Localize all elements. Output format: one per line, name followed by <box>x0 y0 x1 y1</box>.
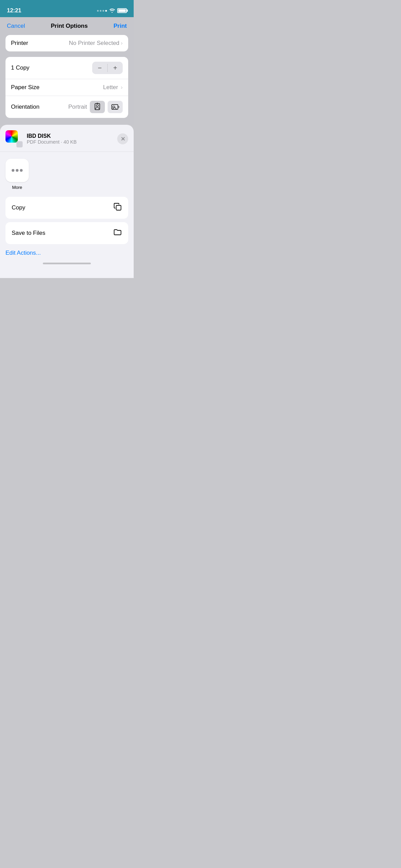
copy-action-row[interactable]: Copy <box>5 197 128 219</box>
copy-label: 1 Copy <box>11 64 29 71</box>
action-list: Copy Save to Files <box>0 197 134 244</box>
home-indicator <box>0 259 134 266</box>
home-bar <box>43 263 91 264</box>
more-app-item[interactable]: More <box>5 159 29 190</box>
cancel-button[interactable]: Cancel <box>7 23 25 29</box>
landscape-orientation-button[interactable] <box>108 101 123 113</box>
svg-rect-4 <box>116 205 121 210</box>
share-close-button[interactable]: ✕ <box>117 133 128 144</box>
copy-stepper[interactable]: − + <box>92 62 123 74</box>
share-sheet: IBD DISK PDF Document · 40 KB ✕ More Cop… <box>0 125 134 278</box>
increment-button[interactable]: + <box>108 62 123 74</box>
printer-value-group: No Printer Selected › <box>69 40 123 47</box>
copy-row: 1 Copy − + <box>5 57 128 79</box>
more-app-icon <box>5 159 29 182</box>
edit-actions-label[interactable]: Edit Actions... <box>5 250 41 256</box>
more-label: More <box>12 185 22 190</box>
orientation-row: Orientation Portrait <box>5 96 128 118</box>
printer-value-text: No Printer Selected <box>69 40 119 47</box>
signal-icon <box>97 10 107 12</box>
decrement-button[interactable]: − <box>92 62 107 74</box>
save-to-files-action-row[interactable]: Save to Files <box>5 222 128 244</box>
doc-thumbnail <box>16 141 23 147</box>
printer-label: Printer <box>11 40 28 47</box>
paper-size-chevron-icon: › <box>121 84 123 91</box>
share-doc-name: IBD DISK <box>27 133 117 139</box>
chevron-right-icon: › <box>121 40 123 47</box>
paper-size-right: Letter › <box>103 84 123 91</box>
folder-icon <box>113 228 122 239</box>
doc-icon <box>5 130 23 147</box>
options-card: 1 Copy − + Paper Size Letter › Orientati… <box>5 57 128 118</box>
status-time: 12:21 <box>7 7 21 14</box>
svg-point-1 <box>96 105 98 107</box>
share-doc-info: IBD DISK PDF Document · 40 KB <box>27 133 117 145</box>
save-to-files-label: Save to Files <box>12 230 45 237</box>
portrait-orientation-button[interactable] <box>90 101 105 113</box>
paper-size-value: Letter <box>103 84 118 91</box>
orientation-label: Orientation <box>11 104 39 110</box>
print-options-panel: Cancel Print Options Print Printer No Pr… <box>0 17 134 125</box>
app-icon <box>5 130 18 143</box>
share-apps-grid: More <box>0 152 134 193</box>
orientation-value: Portrait <box>68 104 87 110</box>
paper-size-label: Paper Size <box>11 84 39 91</box>
copy-icon <box>113 202 122 213</box>
paper-size-row[interactable]: Paper Size Letter › <box>5 79 128 96</box>
printer-row[interactable]: Printer No Printer Selected › <box>5 35 128 51</box>
print-button[interactable]: Print <box>113 23 127 29</box>
orientation-right: Portrait <box>68 101 123 113</box>
page-title: Print Options <box>51 23 88 29</box>
status-bar: 12:21 <box>0 0 134 17</box>
share-header: IBD DISK PDF Document · 40 KB ✕ <box>0 125 134 152</box>
nav-bar: Cancel Print Options Print <box>5 17 128 35</box>
copy-action-label: Copy <box>12 204 25 211</box>
three-dots-icon <box>12 169 23 172</box>
share-doc-meta: PDF Document · 40 KB <box>27 139 117 145</box>
printer-card: Printer No Printer Selected › <box>5 35 128 51</box>
battery-icon <box>117 8 127 13</box>
status-icons <box>97 8 127 14</box>
edit-actions-row[interactable]: Edit Actions... <box>0 244 134 259</box>
wifi-icon <box>109 8 115 14</box>
